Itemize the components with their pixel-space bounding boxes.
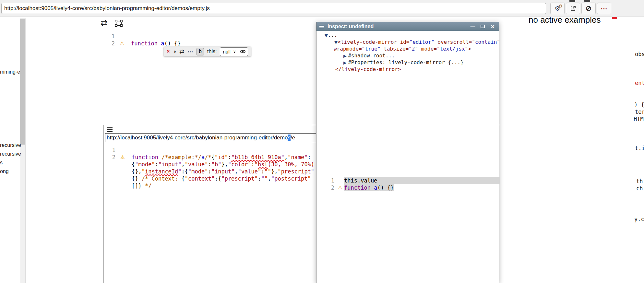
warning-slot (118, 182, 127, 189)
menu-icon[interactable] (319, 25, 324, 29)
code-line[interactable]: </lively-code-mirror> (316, 66, 499, 73)
code-token: wrapmode= (334, 46, 362, 52)
clipped-text-fragment: recursive (0, 151, 21, 157)
inspector-window: Inspect: undefined — × ▼...▼<lively-code… (316, 22, 499, 283)
chevron-down-icon: ∨ (233, 49, 238, 54)
code-token: "" (265, 168, 271, 175)
code-editor-inspector[interactable]: 1this.value2⚠function a() {} (325, 177, 500, 191)
line-number (104, 175, 118, 182)
code-token (381, 46, 384, 52)
block-icon: ⊘ (586, 4, 591, 13)
code-token: "postscript" (271, 175, 311, 182)
this-value-select[interactable]: null ∨ (220, 47, 248, 56)
example-b-button[interactable]: b (197, 48, 204, 55)
code-token: {} (132, 175, 142, 182)
selection-frame-button[interactable] (114, 19, 123, 29)
code-line[interactable]: 1this.value (325, 177, 500, 184)
code-line[interactable]: wrapmode="true" tabsize="2" mode="text/j… (316, 45, 499, 52)
code-token: function (132, 154, 158, 160)
code-token: "2" (409, 46, 418, 52)
warning-icon: ⚠ (336, 184, 344, 191)
minimize-button[interactable]: — (470, 24, 476, 29)
inspector-titlebar[interactable]: Inspect: undefined — × (316, 22, 499, 31)
code-token: mode= (421, 46, 437, 52)
disable-button[interactable]: ⊘ (581, 3, 596, 14)
code-line[interactable]: ▼... (316, 32, 499, 39)
address-bar-input[interactable]: http://localhost:9005/lively4-core/src/b… (1, 3, 546, 14)
close-button[interactable]: × (489, 23, 496, 30)
code-token (435, 39, 438, 45)
link-icon[interactable] (238, 48, 248, 56)
code-line[interactable]: 2⚠function a() {} (325, 184, 500, 191)
code-token: }, (221, 161, 228, 168)
code-token: "contain" (472, 39, 500, 45)
settings-button[interactable]: ⚙ ⚙ (550, 3, 565, 14)
ellipsis-icon[interactable]: ⋯ (187, 48, 193, 55)
code-token: , (234, 168, 238, 175)
code-token: ... (328, 32, 337, 38)
code-token (158, 154, 161, 160)
line-number (104, 161, 118, 168)
code-token: "prescript" (278, 168, 315, 175)
code-line[interactable]: 2⚠function a() {} (103, 40, 317, 47)
code-token: { (211, 154, 215, 160)
line-number: 2 (103, 40, 117, 47)
line-number: 1 (103, 33, 117, 40)
code-token: #Properties: lively-code-mirror {...} (348, 59, 463, 65)
external-link-icon (570, 5, 576, 12)
code-line[interactable]: ▶ #shadow-root... (316, 52, 499, 59)
swap-arrows-icon[interactable]: ⇄ (179, 48, 184, 55)
code-token (418, 46, 421, 52)
maximize-button[interactable] (481, 25, 485, 28)
this-label: this: (207, 49, 217, 54)
scrollbar-thumb[interactable] (20, 19, 25, 145)
code-token: "mode" (135, 161, 155, 168)
clipped-text-fragment: recursive (0, 142, 21, 148)
clipped-text-fragment: mming-e (0, 69, 20, 75)
code-token: : (261, 168, 264, 175)
code-token (371, 184, 374, 191)
swap-connections-button[interactable]: ⇄ (101, 18, 108, 28)
url-text: /e (291, 135, 295, 141)
code-token: : (228, 154, 231, 160)
more-options-button[interactable]: ⋯ (597, 3, 611, 14)
top-address-bar: http://localhost:9005/lively4-core/src/b… (0, 0, 644, 17)
open-external-button[interactable] (566, 3, 580, 14)
code-editor-main[interactable]: 12⚠function a() {} (103, 33, 317, 47)
code-token: function (344, 184, 371, 191)
window-control-stub[interactable] (569, 0, 575, 2)
url-text: http://localhost:9005/lively4-core/src/b… (107, 135, 288, 141)
clipped-text-fragment: ) { (634, 101, 644, 108)
code-token: "b11b_64b1_910a" (231, 154, 284, 160)
code-token: { (132, 161, 135, 168)
scrollbar[interactable] (20, 18, 26, 283)
code-token: }, (271, 168, 278, 175)
code-token: " (142, 168, 145, 175)
code-token: { (182, 175, 185, 182)
code-token: []} (132, 183, 145, 189)
line-number: 1 (325, 177, 336, 184)
code-token: "true" (362, 46, 381, 52)
swap-arrows-icon: ⇄ (101, 18, 108, 28)
line-number: 2 (104, 154, 118, 161)
clipped-text-fragment: s (0, 159, 3, 166)
window-title: Inspect: undefined (328, 24, 466, 29)
code-line[interactable]: 1 (103, 33, 317, 40)
code-token (397, 39, 400, 45)
line-number (104, 182, 118, 189)
code-token: #shadow-root... (348, 53, 395, 59)
code-line[interactable]: ▶ #Properties: lively-code-mirror {...} (316, 59, 499, 66)
probe-widget: × ◑ ⇄ ⋯ b this: null ∨ (164, 47, 251, 56)
window-control-stub[interactable] (584, 0, 590, 2)
code-line[interactable]: ▼<lively-code-mirror id="editor" overscr… (316, 39, 499, 45)
code-token: "input" (211, 168, 235, 175)
url-input[interactable]: http://localhost:9005/lively4-core/src/b… (105, 133, 317, 142)
close-icon[interactable]: × (167, 49, 170, 54)
toggle-icon[interactable]: ◑ (173, 49, 176, 54)
code-token: , (284, 154, 288, 160)
element-tree[interactable]: ▼...▼<lively-code-mirror id="editor" ove… (316, 32, 499, 73)
code-token: tabsize= (384, 46, 409, 52)
code-token: () {} (164, 40, 181, 47)
clipped-text-fragment: obs (635, 51, 644, 58)
menu-icon[interactable] (107, 127, 113, 132)
